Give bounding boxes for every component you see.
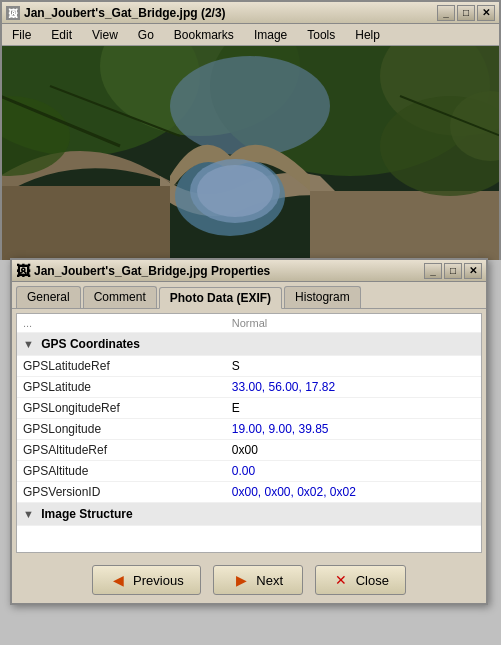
tab-general[interactable]: General — [16, 286, 81, 308]
gps-alt-val: 0.00 — [226, 461, 481, 482]
menubar: File Edit View Go Bookmarks Image Tools … — [2, 24, 499, 46]
close-icon: ✕ — [332, 571, 350, 589]
section-header-image-structure[interactable]: ▼ Image Structure — [17, 503, 481, 526]
previous-label: Previous — [133, 573, 184, 588]
titlebar-left: 🖼 Jan_Joubert's_Gat_Bridge.jpg (2/3) — [6, 6, 226, 20]
main-title: Jan_Joubert's_Gat_Bridge.jpg (2/3) — [24, 6, 226, 20]
gps-lat-ref-key: GPSLatitudeRef — [17, 356, 226, 377]
gps-alt-ref-val: 0x00 — [226, 440, 481, 461]
exif-content[interactable]: ... Normal ▼ GPS Coordinates GPSLatitude… — [16, 313, 482, 553]
gps-version-key: GPSVersionID — [17, 482, 226, 503]
app-icon: 🖼 — [6, 6, 20, 20]
close-label: Close — [356, 573, 389, 588]
gps-section-toggle: ▼ — [23, 338, 34, 350]
gps-lat-ref-val: S — [226, 356, 481, 377]
table-row: GPSAltitude 0.00 — [17, 461, 481, 482]
gps-lon-val: 19.00, 9.00, 39.85 — [226, 419, 481, 440]
menu-edit[interactable]: Edit — [45, 26, 78, 44]
menu-help[interactable]: Help — [349, 26, 386, 44]
table-row: GPSLatitude 33.00, 56.00, 17.82 — [17, 377, 481, 398]
maximize-button[interactable]: □ — [457, 5, 475, 21]
gps-alt-ref-key: GPSAltitudeRef — [17, 440, 226, 461]
table-row: GPSVersionID 0x00, 0x00, 0x02, 0x02 — [17, 482, 481, 503]
table-row: GPSLongitude 19.00, 9.00, 39.85 — [17, 419, 481, 440]
menu-view[interactable]: View — [86, 26, 124, 44]
table-row: GPSLongitudeRef E — [17, 398, 481, 419]
table-row: GPSLatitudeRef S — [17, 356, 481, 377]
image-display — [2, 46, 499, 260]
minimize-button[interactable]: _ — [437, 5, 455, 21]
next-icon: ▶ — [232, 571, 250, 589]
svg-point-12 — [197, 165, 273, 217]
tab-photo-data-exif[interactable]: Photo Data (EXIF) — [159, 287, 282, 309]
image-structure-label: Image Structure — [41, 507, 132, 521]
gps-version-val: 0x00, 0x00, 0x02, 0x02 — [226, 482, 481, 503]
titlebar-buttons: _ □ ✕ — [437, 5, 495, 21]
section-header-gps[interactable]: ▼ GPS Coordinates — [17, 333, 481, 356]
svg-rect-10 — [310, 191, 499, 260]
svg-text:🖼: 🖼 — [8, 8, 18, 19]
main-titlebar: 🖼 Jan_Joubert's_Gat_Bridge.jpg (2/3) _ □… — [2, 2, 499, 24]
dialog-buttons: ◀ Previous ▶ Next ✕ Close — [12, 557, 486, 603]
close-button[interactable]: ✕ Close — [315, 565, 406, 595]
image-structure-toggle: ▼ — [23, 508, 34, 520]
svg-rect-9 — [2, 186, 170, 260]
next-button[interactable]: ▶ Next — [213, 565, 303, 595]
truncated-val: Normal — [226, 314, 481, 333]
next-label: Next — [256, 573, 283, 588]
menu-tools[interactable]: Tools — [301, 26, 341, 44]
svg-point-7 — [170, 56, 330, 156]
props-title: Jan_Joubert's_Gat_Bridge.jpg Properties — [34, 264, 270, 278]
gps-lon-key: GPSLongitude — [17, 419, 226, 440]
props-titlebar: 🖼 Jan_Joubert's_Gat_Bridge.jpg Propertie… — [12, 260, 486, 282]
gps-lon-ref-key: GPSLongitudeRef — [17, 398, 226, 419]
gps-lat-key: GPSLatitude — [17, 377, 226, 398]
close-button[interactable]: ✕ — [477, 5, 495, 21]
gps-lon-ref-val: E — [226, 398, 481, 419]
menu-file[interactable]: File — [6, 26, 37, 44]
props-dialog-icon: 🖼 — [16, 263, 30, 279]
props-titlebar-left: 🖼 Jan_Joubert's_Gat_Bridge.jpg Propertie… — [16, 263, 270, 279]
gps-alt-key: GPSAltitude — [17, 461, 226, 482]
exif-table: ... Normal ▼ GPS Coordinates GPSLatitude… — [17, 314, 481, 526]
menu-bookmarks[interactable]: Bookmarks — [168, 26, 240, 44]
previous-button[interactable]: ◀ Previous — [92, 565, 201, 595]
tab-comment[interactable]: Comment — [83, 286, 157, 308]
table-row: ... Normal — [17, 314, 481, 333]
tabs-bar: General Comment Photo Data (EXIF) Histog… — [12, 282, 486, 309]
tab-histogram[interactable]: Histogram — [284, 286, 361, 308]
properties-dialog: 🖼 Jan_Joubert's_Gat_Bridge.jpg Propertie… — [10, 258, 488, 605]
props-close-button[interactable]: ✕ — [464, 263, 482, 279]
props-minimize-button[interactable]: _ — [424, 263, 442, 279]
menu-go[interactable]: Go — [132, 26, 160, 44]
menu-image[interactable]: Image — [248, 26, 293, 44]
truncated-key: ... — [17, 314, 226, 333]
props-titlebar-buttons: _ □ ✕ — [424, 263, 482, 279]
gps-section-label: GPS Coordinates — [41, 337, 140, 351]
table-row: GPSAltitudeRef 0x00 — [17, 440, 481, 461]
main-window: 🖼 Jan_Joubert's_Gat_Bridge.jpg (2/3) _ □… — [0, 0, 501, 260]
previous-icon: ◀ — [109, 571, 127, 589]
gps-lat-val: 33.00, 56.00, 17.82 — [226, 377, 481, 398]
props-maximize-button[interactable]: □ — [444, 263, 462, 279]
